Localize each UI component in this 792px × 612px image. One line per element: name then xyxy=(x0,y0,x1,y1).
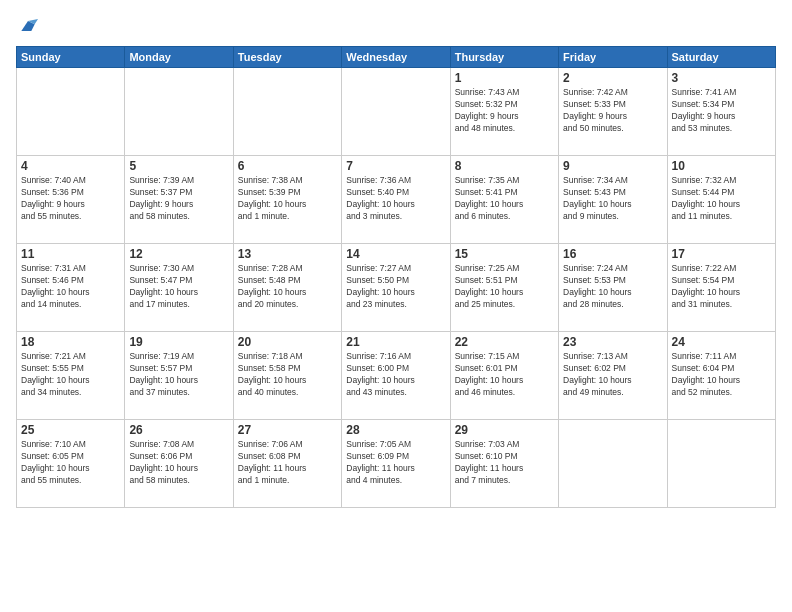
calendar-cell: 22Sunrise: 7:15 AMSunset: 6:01 PMDayligh… xyxy=(450,332,558,420)
weekday-header-friday: Friday xyxy=(559,47,667,68)
day-info: Sunrise: 7:24 AMSunset: 5:53 PMDaylight:… xyxy=(563,263,662,311)
day-number: 27 xyxy=(238,423,337,437)
calendar-cell: 26Sunrise: 7:08 AMSunset: 6:06 PMDayligh… xyxy=(125,420,233,508)
day-number: 5 xyxy=(129,159,228,173)
calendar-cell xyxy=(559,420,667,508)
day-number: 4 xyxy=(21,159,120,173)
day-number: 14 xyxy=(346,247,445,261)
day-number: 1 xyxy=(455,71,554,85)
calendar-cell: 12Sunrise: 7:30 AMSunset: 5:47 PMDayligh… xyxy=(125,244,233,332)
calendar-cell xyxy=(342,68,450,156)
day-info: Sunrise: 7:31 AMSunset: 5:46 PMDaylight:… xyxy=(21,263,120,311)
day-number: 6 xyxy=(238,159,337,173)
day-info: Sunrise: 7:40 AMSunset: 5:36 PMDaylight:… xyxy=(21,175,120,223)
day-number: 25 xyxy=(21,423,120,437)
day-number: 17 xyxy=(672,247,771,261)
calendar-cell: 5Sunrise: 7:39 AMSunset: 5:37 PMDaylight… xyxy=(125,156,233,244)
day-info: Sunrise: 7:25 AMSunset: 5:51 PMDaylight:… xyxy=(455,263,554,311)
day-info: Sunrise: 7:06 AMSunset: 6:08 PMDaylight:… xyxy=(238,439,337,487)
day-number: 12 xyxy=(129,247,228,261)
day-number: 3 xyxy=(672,71,771,85)
day-info: Sunrise: 7:39 AMSunset: 5:37 PMDaylight:… xyxy=(129,175,228,223)
weekday-header-monday: Monday xyxy=(125,47,233,68)
day-info: Sunrise: 7:11 AMSunset: 6:04 PMDaylight:… xyxy=(672,351,771,399)
calendar-cell: 14Sunrise: 7:27 AMSunset: 5:50 PMDayligh… xyxy=(342,244,450,332)
day-number: 26 xyxy=(129,423,228,437)
day-info: Sunrise: 7:38 AMSunset: 5:39 PMDaylight:… xyxy=(238,175,337,223)
day-number: 15 xyxy=(455,247,554,261)
header xyxy=(16,16,776,36)
logo-bird-icon xyxy=(18,16,38,36)
calendar-cell: 6Sunrise: 7:38 AMSunset: 5:39 PMDaylight… xyxy=(233,156,341,244)
calendar-cell: 27Sunrise: 7:06 AMSunset: 6:08 PMDayligh… xyxy=(233,420,341,508)
day-number: 2 xyxy=(563,71,662,85)
day-info: Sunrise: 7:19 AMSunset: 5:57 PMDaylight:… xyxy=(129,351,228,399)
day-info: Sunrise: 7:03 AMSunset: 6:10 PMDaylight:… xyxy=(455,439,554,487)
calendar-cell xyxy=(17,68,125,156)
day-info: Sunrise: 7:05 AMSunset: 6:09 PMDaylight:… xyxy=(346,439,445,487)
weekday-header-sunday: Sunday xyxy=(17,47,125,68)
day-info: Sunrise: 7:22 AMSunset: 5:54 PMDaylight:… xyxy=(672,263,771,311)
calendar-cell xyxy=(667,420,775,508)
calendar-cell: 19Sunrise: 7:19 AMSunset: 5:57 PMDayligh… xyxy=(125,332,233,420)
day-info: Sunrise: 7:27 AMSunset: 5:50 PMDaylight:… xyxy=(346,263,445,311)
day-info: Sunrise: 7:18 AMSunset: 5:58 PMDaylight:… xyxy=(238,351,337,399)
day-info: Sunrise: 7:08 AMSunset: 6:06 PMDaylight:… xyxy=(129,439,228,487)
day-info: Sunrise: 7:13 AMSunset: 6:02 PMDaylight:… xyxy=(563,351,662,399)
calendar-week-row: 1Sunrise: 7:43 AMSunset: 5:32 PMDaylight… xyxy=(17,68,776,156)
calendar-cell: 3Sunrise: 7:41 AMSunset: 5:34 PMDaylight… xyxy=(667,68,775,156)
day-number: 16 xyxy=(563,247,662,261)
day-number: 9 xyxy=(563,159,662,173)
logo xyxy=(16,16,38,36)
day-info: Sunrise: 7:10 AMSunset: 6:05 PMDaylight:… xyxy=(21,439,120,487)
day-info: Sunrise: 7:32 AMSunset: 5:44 PMDaylight:… xyxy=(672,175,771,223)
calendar-cell: 18Sunrise: 7:21 AMSunset: 5:55 PMDayligh… xyxy=(17,332,125,420)
calendar-cell: 9Sunrise: 7:34 AMSunset: 5:43 PMDaylight… xyxy=(559,156,667,244)
day-number: 7 xyxy=(346,159,445,173)
calendar-cell: 29Sunrise: 7:03 AMSunset: 6:10 PMDayligh… xyxy=(450,420,558,508)
calendar-week-row: 11Sunrise: 7:31 AMSunset: 5:46 PMDayligh… xyxy=(17,244,776,332)
page: SundayMondayTuesdayWednesdayThursdayFrid… xyxy=(0,0,792,612)
calendar-cell: 8Sunrise: 7:35 AMSunset: 5:41 PMDaylight… xyxy=(450,156,558,244)
day-info: Sunrise: 7:35 AMSunset: 5:41 PMDaylight:… xyxy=(455,175,554,223)
day-info: Sunrise: 7:41 AMSunset: 5:34 PMDaylight:… xyxy=(672,87,771,135)
calendar-cell: 4Sunrise: 7:40 AMSunset: 5:36 PMDaylight… xyxy=(17,156,125,244)
weekday-header-saturday: Saturday xyxy=(667,47,775,68)
calendar-cell: 21Sunrise: 7:16 AMSunset: 6:00 PMDayligh… xyxy=(342,332,450,420)
calendar-cell: 25Sunrise: 7:10 AMSunset: 6:05 PMDayligh… xyxy=(17,420,125,508)
day-number: 22 xyxy=(455,335,554,349)
day-number: 10 xyxy=(672,159,771,173)
weekday-header-tuesday: Tuesday xyxy=(233,47,341,68)
calendar-cell: 7Sunrise: 7:36 AMSunset: 5:40 PMDaylight… xyxy=(342,156,450,244)
day-info: Sunrise: 7:34 AMSunset: 5:43 PMDaylight:… xyxy=(563,175,662,223)
day-number: 19 xyxy=(129,335,228,349)
day-info: Sunrise: 7:28 AMSunset: 5:48 PMDaylight:… xyxy=(238,263,337,311)
calendar-cell: 16Sunrise: 7:24 AMSunset: 5:53 PMDayligh… xyxy=(559,244,667,332)
day-info: Sunrise: 7:43 AMSunset: 5:32 PMDaylight:… xyxy=(455,87,554,135)
calendar-cell: 17Sunrise: 7:22 AMSunset: 5:54 PMDayligh… xyxy=(667,244,775,332)
calendar-cell: 11Sunrise: 7:31 AMSunset: 5:46 PMDayligh… xyxy=(17,244,125,332)
day-info: Sunrise: 7:36 AMSunset: 5:40 PMDaylight:… xyxy=(346,175,445,223)
calendar-week-row: 25Sunrise: 7:10 AMSunset: 6:05 PMDayligh… xyxy=(17,420,776,508)
weekday-header-row: SundayMondayTuesdayWednesdayThursdayFrid… xyxy=(17,47,776,68)
day-info: Sunrise: 7:21 AMSunset: 5:55 PMDaylight:… xyxy=(21,351,120,399)
day-info: Sunrise: 7:30 AMSunset: 5:47 PMDaylight:… xyxy=(129,263,228,311)
weekday-header-thursday: Thursday xyxy=(450,47,558,68)
calendar-cell: 10Sunrise: 7:32 AMSunset: 5:44 PMDayligh… xyxy=(667,156,775,244)
calendar-cell: 2Sunrise: 7:42 AMSunset: 5:33 PMDaylight… xyxy=(559,68,667,156)
day-number: 11 xyxy=(21,247,120,261)
calendar-cell: 13Sunrise: 7:28 AMSunset: 5:48 PMDayligh… xyxy=(233,244,341,332)
day-number: 29 xyxy=(455,423,554,437)
day-info: Sunrise: 7:42 AMSunset: 5:33 PMDaylight:… xyxy=(563,87,662,135)
day-number: 24 xyxy=(672,335,771,349)
day-number: 20 xyxy=(238,335,337,349)
day-number: 8 xyxy=(455,159,554,173)
calendar-week-row: 18Sunrise: 7:21 AMSunset: 5:55 PMDayligh… xyxy=(17,332,776,420)
day-number: 28 xyxy=(346,423,445,437)
calendar-cell xyxy=(125,68,233,156)
calendar-week-row: 4Sunrise: 7:40 AMSunset: 5:36 PMDaylight… xyxy=(17,156,776,244)
weekday-header-wednesday: Wednesday xyxy=(342,47,450,68)
calendar-cell: 23Sunrise: 7:13 AMSunset: 6:02 PMDayligh… xyxy=(559,332,667,420)
calendar-cell: 24Sunrise: 7:11 AMSunset: 6:04 PMDayligh… xyxy=(667,332,775,420)
calendar-cell xyxy=(233,68,341,156)
